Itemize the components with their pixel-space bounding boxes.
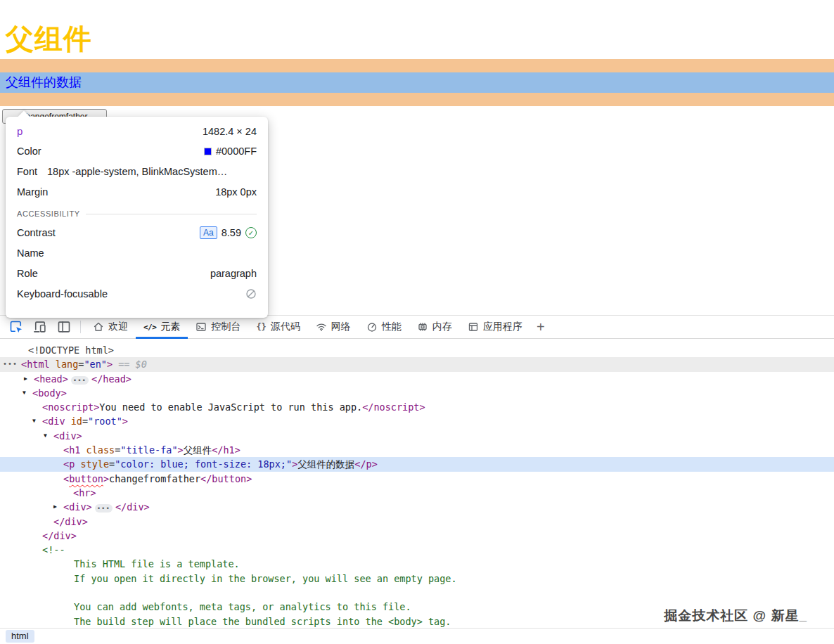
tooltip-role-row: Role paragraph: [17, 267, 257, 280]
tree-line-code: <body>: [0, 386, 834, 400]
content-overlay: 父组件的数据: [0, 72, 834, 93]
tab-application[interactable]: 应用程序: [460, 316, 530, 338]
collapse-arrow-icon[interactable]: ▼: [44, 429, 47, 443]
tab-network[interactable]: 网络: [308, 316, 359, 338]
color-swatch: [204, 148, 212, 155]
tree-line-code: This HTML file is a template.: [0, 557, 834, 571]
code-icon: </>: [143, 323, 156, 332]
tab-sources[interactable]: {}源代码: [248, 316, 307, 338]
tree-line[interactable]: This HTML file is a template.: [0, 557, 834, 571]
more-tabs-button[interactable]: +: [530, 316, 551, 338]
devtools-panel: 欢迎</>元素控制台{}源代码网络性能内存应用程序 + <!DOCTYPE ht…: [0, 315, 834, 644]
watermark: 掘金技术社区 @ 新星_: [664, 607, 807, 625]
device-toolbar-icon[interactable]: [28, 316, 52, 338]
devtools-tabs: 欢迎</>元素控制台{}源代码网络性能内存应用程序: [85, 316, 530, 338]
tree-line-code: <!--: [0, 543, 834, 557]
tree-line-code: <hr>: [0, 486, 834, 500]
console-icon: [195, 321, 207, 333]
expand-arrow-icon[interactable]: ▶: [24, 372, 27, 386]
tab-label: 内存: [432, 321, 452, 333]
font-label: Font: [17, 166, 37, 177]
margin-label: Margin: [17, 186, 48, 198]
tree-line[interactable]: •••<html lang="en"> == $0: [0, 357, 834, 371]
tree-line[interactable]: ▶<div>•••</div>: [0, 500, 834, 514]
tree-line[interactable]: </div>: [0, 515, 834, 529]
tooltip-element-tag: p: [17, 125, 23, 137]
toolbar-separator: [80, 321, 81, 333]
tree-line[interactable]: <!DOCTYPE html>: [0, 343, 834, 357]
inline-expand-icon[interactable]: •••: [95, 504, 113, 513]
more-actions-icon[interactable]: •••: [3, 357, 18, 371]
name-label: Name: [17, 247, 44, 259]
tab-label: 欢迎: [108, 321, 128, 333]
tree-line[interactable]: If you open it directly in the browser, …: [0, 572, 834, 586]
tooltip-font-row: Font 18px -apple-system, BlinkMacSystem…: [17, 165, 257, 178]
tree-line-code: <p style="color: blue; font-size: 18px;"…: [0, 457, 834, 471]
role-value: paragraph: [210, 268, 257, 279]
tab-label: 应用程序: [483, 321, 522, 333]
tree-line[interactable]: [0, 586, 834, 600]
tree-line[interactable]: <noscript>You need to enable JavaScript …: [0, 400, 834, 414]
performance-icon: [366, 321, 378, 333]
tree-line-code: If you open it directly in the browser, …: [0, 572, 834, 586]
keyboard-focusable-label: Keyboard-focusable: [17, 288, 108, 300]
inspect-tooltip: p 1482.4 × 24 Color #0000FF Font 18px -a…: [6, 117, 268, 318]
tree-line-code: <div id="root">: [0, 414, 834, 428]
tree-line-code: <html lang="en"> == $0: [0, 357, 834, 371]
contrast-label: Contrast: [17, 227, 56, 238]
accessibility-section: ACCESSIBILITY: [17, 210, 257, 218]
not-focusable-icon: [245, 288, 257, 300]
tree-line[interactable]: <p style="color: blue; font-size: 18px;"…: [0, 457, 834, 471]
breadcrumb-html[interactable]: html: [6, 630, 34, 643]
inspected-page: 父组件 父组件的数据 changefromfather p 1482.4 × 2…: [0, 0, 834, 315]
tree-line[interactable]: <button>changefromfather</button>: [0, 472, 834, 486]
tree-line[interactable]: ▶<head>•••</head>: [0, 372, 834, 386]
tree-line-code: <button>changefromfather</button>: [0, 472, 834, 486]
contrast-pass-icon: ✓: [245, 227, 257, 238]
tree-line-code: <!DOCTYPE html>: [0, 343, 834, 357]
tooltip-keyboard-row: Keyboard-focusable: [17, 288, 257, 300]
color-value: #0000FF: [216, 146, 257, 157]
tree-line[interactable]: <hr>: [0, 486, 834, 500]
inline-expand-icon[interactable]: •••: [71, 376, 89, 385]
collapse-arrow-icon[interactable]: ▼: [32, 414, 36, 428]
tree-line-code: <head>•••</head>: [0, 372, 834, 387]
tree-line[interactable]: <h1 class="title-fa">父组件</h1>: [0, 443, 834, 457]
tree-line[interactable]: ▼<div>: [0, 429, 834, 443]
tab-label: 元素: [160, 321, 180, 333]
tab-welcome[interactable]: 欢迎: [85, 316, 136, 338]
screen: 父组件 父组件的数据 changefromfather p 1482.4 × 2…: [0, 0, 834, 644]
tree-line-code: </div>: [0, 529, 834, 543]
role-label: Role: [17, 268, 38, 279]
network-icon: [316, 321, 327, 333]
expand-arrow-icon[interactable]: ▶: [53, 500, 57, 514]
tree-line[interactable]: ▼<body>: [0, 386, 834, 400]
tree-line-code: <div>•••</div>: [0, 500, 834, 515]
tab-performance[interactable]: 性能: [359, 316, 409, 338]
tab-label: 控制台: [211, 321, 240, 333]
inspect-icon[interactable]: [4, 316, 28, 338]
statusbar: html: [0, 628, 834, 644]
tab-label: 源代码: [271, 321, 300, 333]
devtools-toolbar: 欢迎</>元素控制台{}源代码网络性能内存应用程序 +: [0, 316, 834, 339]
tooltip-margin-row: Margin 18px 0px: [17, 186, 257, 198]
section-divider: [86, 214, 257, 214]
contrast-sample-badge: Aa: [200, 226, 217, 239]
page-heading: 父组件: [6, 20, 92, 58]
margin-value: 18px 0px: [215, 186, 257, 198]
tab-label: 性能: [382, 321, 402, 333]
dock-side-icon[interactable]: [52, 316, 76, 338]
tab-memory[interactable]: 内存: [409, 316, 460, 338]
application-icon: [468, 321, 479, 333]
tree-line[interactable]: </div>: [0, 529, 834, 543]
tooltip-name-row: Name: [17, 247, 257, 259]
collapse-arrow-icon[interactable]: ▼: [23, 386, 26, 400]
tab-elements[interactable]: </>元素: [136, 316, 188, 338]
tree-line[interactable]: ▼<div id="root">: [0, 414, 834, 428]
memory-icon: [417, 321, 428, 333]
tree-line-code: <h1 class="title-fa">父组件</h1>: [0, 443, 834, 457]
tree-line[interactable]: <!--: [0, 543, 834, 557]
tree-line-code: <noscript>You need to enable JavaScript …: [0, 400, 834, 414]
color-label: Color: [17, 146, 41, 157]
tab-console[interactable]: 控制台: [188, 316, 248, 338]
